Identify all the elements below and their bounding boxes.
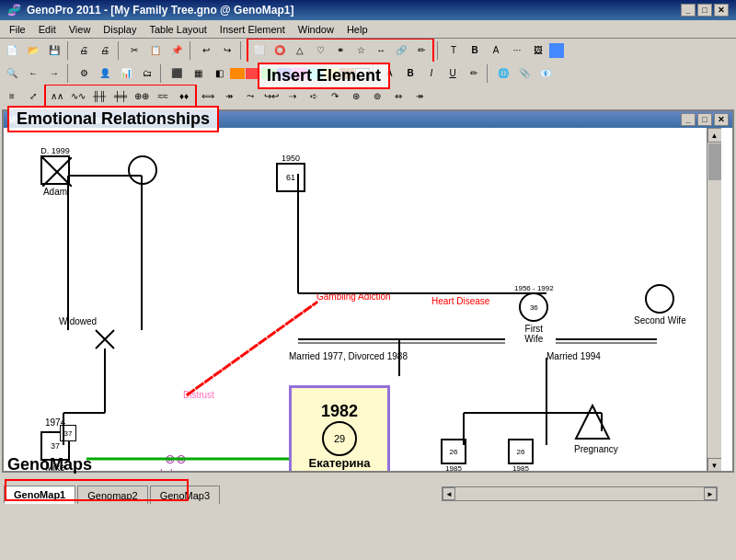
tb-color[interactable]	[549, 43, 564, 58]
tb-em3[interactable]: ╫╫	[89, 86, 109, 107]
married1977-label: Married 1977, Divorced 1988	[289, 351, 408, 361]
ekaterina-node: 1982 29 Екатерина	[289, 385, 390, 473]
insert-element-label: Insert Element	[258, 63, 390, 89]
tb-t1[interactable]: ≡	[2, 86, 22, 107]
tb-redo[interactable]: ↪	[217, 40, 237, 61]
inner-maximize[interactable]: □	[697, 113, 712, 126]
menu-edit[interactable]: Edit	[33, 22, 62, 37]
tb-print[interactable]: 🖨	[74, 40, 94, 61]
first-wife-label: FirstWife	[524, 324, 543, 344]
tb-r3[interactable]: →	[44, 63, 64, 84]
tb-ie8[interactable]: 🔗	[391, 40, 411, 61]
tb-copy[interactable]: 📋	[145, 40, 166, 61]
tb-em1[interactable]: ∧∧	[47, 86, 67, 107]
scroll-left-btn[interactable]: ◄	[443, 487, 455, 500]
tb-em2[interactable]: ∿∿	[68, 86, 88, 107]
emotional-group: ∧∧ ∿∿ ╫╫ ╪╪ ⊕⊕ ≈≈ ♦♦	[44, 85, 197, 108]
married1994-label: Married 1994	[546, 351, 601, 361]
tb-hh[interactable]: 📧	[535, 63, 556, 84]
tb-r2[interactable]: ←	[23, 63, 43, 84]
scroll-right-btn[interactable]: ►	[704, 487, 717, 500]
tb-gg[interactable]: 📎	[514, 63, 535, 84]
tb-em5[interactable]: ⊕⊕	[132, 86, 152, 107]
tb-print2[interactable]: 🖨	[95, 40, 115, 61]
menu-view[interactable]: View	[63, 22, 97, 37]
menu-display[interactable]: Display	[98, 22, 142, 37]
inner-close[interactable]: ✕	[714, 113, 729, 126]
scroll-up-btn[interactable]: ▲	[707, 128, 722, 143]
tb-dd[interactable]: U	[443, 63, 463, 84]
minimize-btn[interactable]: _	[681, 4, 696, 17]
tb-r11[interactable]	[230, 68, 245, 79]
tb-paste[interactable]: 📌	[167, 40, 187, 61]
close-btn[interactable]: ✕	[714, 4, 729, 17]
tb-save[interactable]: 💾	[44, 40, 64, 61]
tb-ie2[interactable]: ⭕	[270, 40, 290, 61]
inner-controls[interactable]: _ □ ✕	[681, 113, 729, 126]
tb-ee[interactable]: ✏	[464, 63, 484, 84]
tb-bb[interactable]: B	[400, 63, 420, 84]
tb-ie6[interactable]: ☆	[351, 40, 371, 61]
tb-undo[interactable]: ↩	[196, 40, 216, 61]
inner-minimize[interactable]: _	[681, 113, 696, 126]
tab-genomap1[interactable]: GenoMap1	[4, 486, 75, 504]
menu-window[interactable]: Window	[293, 22, 339, 37]
tb-r5[interactable]: 👤	[95, 63, 115, 84]
tb-r10[interactable]: ◧	[209, 63, 229, 84]
scrollbar-vertical[interactable]: ▲ ▼	[707, 128, 721, 473]
tb-open[interactable]: 📂	[23, 40, 43, 61]
sep3	[190, 41, 193, 60]
child-right-node: 26 1985	[508, 439, 534, 473]
tb-em6[interactable]: ≈≈	[153, 86, 173, 107]
child-right-age: 26	[517, 448, 525, 456]
sep2	[118, 41, 121, 60]
menu-file[interactable]: File	[4, 22, 31, 37]
toolbar-row-1: 📄 📂 💾 🖨 🖨 ✂ 📋 📌 ↩ ↪ ⬜ ⭕ △ ♡ ⚭ ☆ ↔ 🔗 ✏ T …	[0, 39, 736, 62]
tb-em4[interactable]: ╪╪	[110, 86, 131, 107]
tb-cut[interactable]: ✂	[124, 40, 144, 61]
tb-ie5[interactable]: ⚭	[330, 40, 351, 61]
scroll-down-btn[interactable]: ▼	[707, 458, 722, 473]
tb-t4[interactable]: ↠	[219, 86, 239, 107]
tb-t13[interactable]: ↠	[409, 86, 430, 107]
window-controls[interactable]: _ □ ✕	[681, 4, 729, 17]
tb-ie3[interactable]: △	[290, 40, 310, 61]
first-wife-age: 36	[530, 303, 538, 312]
tb-r9[interactable]: ▦	[188, 63, 208, 84]
tb-ie9[interactable]: ✏	[411, 40, 431, 61]
tb-t12[interactable]: ⇔	[388, 86, 408, 107]
tb-dots[interactable]: ···	[507, 40, 527, 61]
tb-new[interactable]: 📄	[2, 40, 22, 61]
menu-bar: File Edit View Display Table Layout Inse…	[0, 20, 736, 39]
tab-genomap2[interactable]: Genomap2	[77, 486, 147, 504]
scrollbar-horizontal[interactable]: ◄ ►	[442, 486, 718, 501]
tb-r1[interactable]: 🔍	[2, 63, 22, 84]
tb-r4[interactable]: ⚙	[74, 63, 94, 84]
title-bar: 🧬 GenoPro 2011 - [My Family Tree.gno @ G…	[0, 0, 736, 20]
menu-help[interactable]: Help	[341, 22, 374, 37]
svg-line-3	[96, 330, 114, 349]
tb-cc[interactable]: I	[421, 63, 442, 84]
tb-t3[interactable]: ⟺	[198, 86, 218, 107]
menu-insert[interactable]: Insert Element	[214, 22, 291, 37]
tb-r6[interactable]: 📊	[116, 63, 136, 84]
tab-genomap3[interactable]: GenoMap3	[150, 486, 220, 504]
scroll-thumb[interactable]	[708, 143, 721, 180]
tb-bold[interactable]: B	[465, 40, 485, 61]
tb-text[interactable]: T	[443, 40, 464, 61]
maximize-btn[interactable]: □	[697, 4, 712, 17]
tb-ie1[interactable]: ⬜	[249, 40, 270, 61]
tb-font[interactable]: A	[486, 40, 506, 61]
tb-ie7[interactable]: ↔	[371, 40, 391, 61]
tb-em7[interactable]: ♦♦	[174, 86, 194, 107]
menu-table-layout[interactable]: Table Layout	[144, 22, 212, 37]
tb-ie4[interactable]: ♡	[310, 40, 330, 61]
app-title: GenoPro 2011 - [My Family Tree.gno @ Gen…	[27, 4, 293, 17]
tb-r7[interactable]: 🗂	[137, 63, 157, 84]
tb-r8[interactable]: ⬛	[167, 63, 187, 84]
svg-line-4	[96, 330, 114, 349]
tb-t2[interactable]: ⤢	[23, 86, 43, 107]
tb-img[interactable]: 🖼	[528, 40, 548, 61]
sep9	[487, 64, 490, 83]
tb-ff[interactable]: 🌐	[493, 63, 513, 84]
